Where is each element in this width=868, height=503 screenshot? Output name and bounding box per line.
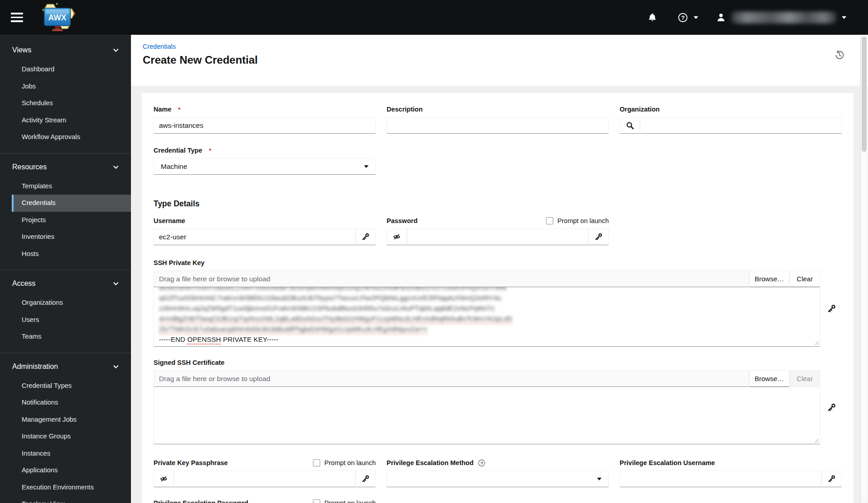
sidebar-item-schedules[interactable]: Schedules — [12, 95, 131, 112]
username-label: Username — [154, 217, 185, 224]
description-label: Description — [387, 106, 423, 113]
ssh-key-browse-button[interactable]: Browse… — [749, 270, 789, 287]
certificate-textarea[interactable] — [154, 387, 820, 444]
help-menu-button[interactable]: ? — [678, 13, 698, 23]
passphrase-input[interactable] — [174, 470, 355, 487]
privilege-escalation-username-field-group: Privilege Escalation Username — [620, 459, 842, 487]
sidebar-item-hosts[interactable]: Hosts — [12, 246, 131, 263]
breadcrumb-credentials-link[interactable]: Credentials — [143, 43, 176, 50]
vertical-scrollbar[interactable] — [860, 35, 868, 503]
passphrase-show-toggle-button[interactable] — [154, 470, 174, 487]
sidebar-item-management-jobs[interactable]: Management Jobs — [12, 411, 131, 428]
sidebar-group-toggle-resources[interactable]: Resources — [0, 160, 131, 174]
sidebar-group-toggle-views[interactable]: Views — [0, 43, 131, 57]
privilege-escalation-method-label: Privilege Escalation Method — [387, 459, 474, 466]
credential-type-select[interactable]: Machine — [154, 158, 376, 175]
sidebar-group-views: ViewsDashboardJobsSchedulesActivity Stre… — [0, 37, 131, 154]
form-row-1: Name * Description — [154, 105, 842, 134]
form-row-4: Private Key Passphrase Prompt on launch — [154, 459, 842, 487]
caret-down-icon — [364, 165, 369, 168]
sidebar-item-credential-types[interactable]: Credential Types — [12, 377, 131, 395]
sidebar-item-instances[interactable]: Instances — [12, 445, 131, 462]
password-show-toggle-button[interactable] — [387, 228, 407, 245]
ssh-key-credential-lookup-button[interactable] — [821, 270, 842, 347]
sidebar-item-applications[interactable]: Applications — [12, 462, 131, 479]
sidebar-group-toggle-administration[interactable]: Administration — [0, 359, 131, 374]
ssh-key-redacted-lines: dG9rZW4xYmxhY2tib3hLZXlNYXRlcmlhbFJlZGFj… — [159, 287, 815, 334]
sidebar-group-label: Views — [12, 46, 31, 55]
activity-history-button[interactable] — [835, 50, 845, 61]
credential-type-value: Machine — [161, 163, 187, 171]
certificate-browse-button[interactable]: Browse… — [749, 370, 789, 387]
privilege-escalation-method-field-group: Privilege Escalation Method ? — [387, 459, 609, 487]
main-area: Credentials Create New Credential — [131, 35, 868, 503]
resize-handle-icon[interactable] — [814, 438, 819, 443]
username-credential-lookup-button[interactable] — [355, 228, 376, 245]
password-prompt-on-launch-checkbox[interactable] — [546, 217, 553, 224]
sidebar-item-organizations[interactable]: Organizations — [12, 294, 131, 312]
privilege-escalation-method-select[interactable] — [387, 470, 609, 487]
sidebar-item-notifications[interactable]: Notifications — [12, 394, 131, 411]
ssh-key-redacted-line: z2kHnWvLuq2qZW5gdT1uo5jbmno51FrahcW38kU1… — [159, 303, 815, 313]
password-input[interactable] — [407, 228, 588, 245]
name-input[interactable] — [154, 117, 376, 134]
sidebar-item-execution-environments[interactable]: Execution Environments — [12, 479, 131, 496]
passphrase-credential-lookup-button[interactable] — [355, 470, 376, 487]
username-input[interactable] — [154, 228, 355, 245]
history-icon — [835, 50, 845, 60]
chevron-down-icon — [694, 16, 698, 19]
bell-icon — [648, 13, 657, 22]
pe-password-prompt-on-launch-checkbox[interactable] — [313, 499, 320, 503]
scrollbar-thumb[interactable] — [862, 37, 867, 152]
ssh-key-clear-button[interactable]: Clear — [789, 270, 820, 287]
resize-handle-icon[interactable] — [814, 340, 819, 345]
eye-slash-icon — [392, 233, 401, 241]
credential-type-label: Credential Type — [154, 147, 202, 154]
sidebar-item-topology-view[interactable]: Topology View — [12, 496, 131, 503]
notifications-button[interactable] — [648, 13, 657, 22]
nav-toggle-button[interactable] — [11, 13, 23, 22]
sidebar-item-activity-stream[interactable]: Activity Stream — [12, 112, 131, 129]
chevron-down-icon — [842, 16, 846, 19]
certificate-dropzone[interactable]: Drag a file here or browse to upload — [154, 370, 749, 387]
key-icon — [827, 403, 836, 412]
sidebar-item-instance-groups[interactable]: Instance Groups — [12, 428, 131, 445]
sidebar-item-templates[interactable]: Templates — [12, 178, 131, 195]
username-field-group: Username — [154, 217, 376, 245]
ssh-key-dropzone[interactable]: Drag a file here or browse to upload — [154, 270, 749, 287]
ssh-key-redacted-line: qG2fTuo5SkHmNC7raKncW3BEkU1t9aubDBuckJbT… — [159, 293, 815, 303]
privilege-escalation-password-field-group: Privilege Escalation Password Prompt on … — [154, 499, 376, 503]
description-input[interactable] — [387, 117, 609, 134]
certificate-credential-lookup-button[interactable] — [821, 370, 842, 444]
sidebar-item-users[interactable]: Users — [12, 312, 131, 329]
organization-input[interactable] — [640, 117, 842, 134]
sidebar-item-projects[interactable]: Projects — [12, 212, 131, 229]
ssh-key-textarea[interactable]: dG9rZW4xYmxhY2tib3hLZXlNYXRlcmlhbFJlZGFj… — [154, 287, 820, 347]
sidebar-item-dashboard[interactable]: Dashboard — [12, 61, 131, 78]
passphrase-prompt-on-launch-checkbox[interactable] — [313, 459, 320, 466]
svg-text:?: ? — [681, 14, 685, 21]
sidebar-item-teams[interactable]: Teams — [12, 328, 131, 345]
password-field-group: Password Prompt on launch — [387, 217, 609, 245]
password-credential-lookup-button[interactable] — [588, 228, 609, 245]
certificate-clear-button[interactable]: Clear — [789, 370, 820, 387]
caret-down-icon — [597, 478, 602, 480]
type-details-heading: Type Details — [154, 199, 842, 209]
organization-lookup-button[interactable] — [620, 117, 640, 134]
key-icon — [828, 475, 835, 483]
privilege-escalation-username-input[interactable] — [620, 470, 821, 487]
sidebar-group-toggle-access[interactable]: Access — [0, 276, 131, 291]
sidebar-item-jobs[interactable]: Jobs — [12, 78, 131, 95]
awx-logo[interactable]: AWX — [35, 3, 83, 33]
help-popover-icon[interactable]: ? — [478, 459, 485, 467]
user-menu-button[interactable] — [716, 12, 846, 23]
prompt-on-launch-label: Prompt on launch — [324, 499, 376, 503]
form-row-2: Credential Type * Machine — [154, 146, 842, 175]
private-key-passphrase-label: Private Key Passphrase — [154, 459, 228, 466]
sidebar-group-access: AccessOrganizationsUsersTeams — [0, 270, 131, 353]
sidebar-item-workflow-approvals[interactable]: Workflow Approvals — [12, 129, 131, 146]
sidebar-item-inventories[interactable]: Inventories — [12, 228, 131, 246]
password-prompt-on-launch: Prompt on launch — [546, 217, 609, 224]
pe-username-credential-lookup-button[interactable] — [821, 470, 842, 487]
sidebar-item-credentials[interactable]: Credentials — [12, 195, 131, 212]
